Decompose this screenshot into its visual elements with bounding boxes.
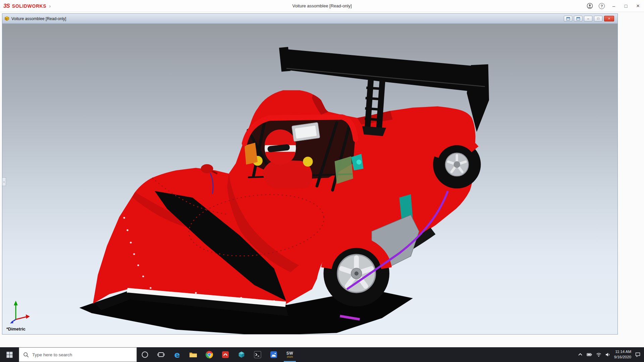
model-canvas[interactable]: [2, 24, 618, 334]
graphics-viewport[interactable]: ‹ *Dimetric: [2, 24, 618, 334]
battery-button[interactable]: [587, 352, 592, 357]
cortana-icon: [141, 351, 149, 358]
solidworks-2020-button[interactable]: SW 2020: [282, 347, 298, 362]
document-window: Voiture assomblee [Read-only]: [2, 13, 618, 335]
battery-icon: [587, 352, 592, 357]
doc-layout-button-2[interactable]: [574, 16, 582, 21]
orientation-triad: [9, 300, 31, 323]
app-icon-blue: [270, 351, 277, 358]
file-explorer-icon: [189, 351, 197, 358]
tray-expand-button[interactable]: [578, 352, 583, 357]
doc-restore-button[interactable]: □: [594, 16, 602, 21]
edge-icon: e: [174, 351, 180, 359]
action-center-icon: [635, 352, 641, 357]
app-button-red[interactable]: [217, 347, 233, 362]
close-button[interactable]: ×: [632, 0, 644, 12]
solidworks-logo: 3S SOLIDWORKS: [3, 3, 46, 9]
solidworks-2020-icon: SW 2020: [286, 351, 293, 358]
doc-close-button[interactable]: ×: [604, 16, 614, 21]
command-prompt-icon: [254, 351, 261, 358]
app-title: Voiture assomblee [Read-only]: [0, 3, 644, 8]
notifications-button[interactable]: [635, 352, 641, 357]
task-view-icon: [157, 351, 165, 358]
volume-button[interactable]: [605, 352, 610, 357]
account-button[interactable]: [584, 0, 596, 12]
app-button-blue[interactable]: [266, 347, 282, 362]
clock-date: 9/16/2020: [614, 355, 631, 360]
driver-helmet[interactable]: [265, 129, 296, 165]
document-titlebar: Voiture assomblee [Read-only]: [2, 14, 618, 24]
solidworks-app-icon: [237, 351, 246, 359]
minimize-button[interactable]: –: [608, 0, 620, 12]
account-icon: [587, 3, 593, 9]
taskbar-search[interactable]: [19, 347, 137, 362]
mdi-workspace: Voiture assomblee [Read-only]: [0, 12, 644, 347]
side-mirror[interactable]: [201, 164, 217, 174]
assembly-cube-icon: [4, 16, 9, 21]
task-view-button[interactable]: [153, 347, 169, 362]
speaker-icon: [605, 352, 610, 357]
edge-button[interactable]: e: [169, 347, 185, 362]
app-icon-red: [222, 351, 229, 358]
solidworks-app-button[interactable]: [233, 347, 250, 362]
accent-teal-dot: [357, 160, 362, 165]
command-prompt-button[interactable]: [250, 347, 266, 362]
solidworks-logo-mark: 3S: [3, 3, 10, 9]
chrome-icon: [205, 350, 214, 359]
solidworks-logo-text: SOLIDWORKS: [12, 3, 46, 9]
chevron-up-icon: [578, 352, 583, 357]
help-button[interactable]: ?: [596, 0, 608, 12]
search-icon: [23, 352, 29, 358]
rollhoop-camera[interactable]: [292, 122, 320, 141]
file-explorer-button[interactable]: [185, 347, 201, 362]
doc-layout-button-1[interactable]: [564, 16, 572, 21]
menu-expand-arrow-icon[interactable]: ›: [49, 3, 51, 9]
taskbar-clock[interactable]: 11:14 AM 9/16/2020: [614, 349, 631, 360]
chrome-button[interactable]: [201, 347, 217, 362]
cortana-button[interactable]: [137, 347, 153, 362]
windows-logo-icon: [6, 352, 13, 358]
clock-time: 11:14 AM: [614, 349, 631, 355]
document-title: Voiture assomblee [Read-only]: [11, 16, 66, 21]
maximize-button[interactable]: □: [620, 0, 632, 12]
window-pane-icon: [566, 17, 570, 20]
search-input[interactable]: [32, 352, 132, 357]
wifi-icon: [596, 352, 601, 357]
app-titlebar: 3S SOLIDWORKS › Voiture assomblee [Read-…: [0, 0, 644, 12]
help-icon: ?: [599, 3, 605, 9]
start-button[interactable]: [0, 347, 19, 362]
window-pane-icon: [576, 17, 580, 20]
network-button[interactable]: [596, 352, 601, 357]
panel-collapse-tab[interactable]: ‹: [2, 177, 6, 186]
screen: 3S SOLIDWORKS › Voiture assomblee [Read-…: [0, 0, 644, 362]
view-orientation-label: *Dimetric: [6, 326, 25, 331]
driver-shoulder-right: [303, 157, 313, 167]
doc-minimize-button[interactable]: –: [584, 16, 592, 21]
windows-taskbar: e: [0, 347, 644, 362]
system-tray: 11:14 AM 9/16/2020: [578, 347, 644, 362]
